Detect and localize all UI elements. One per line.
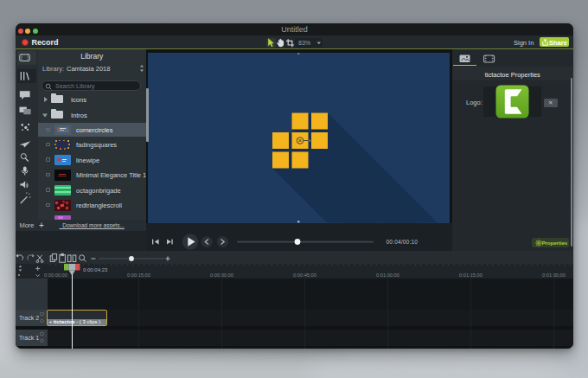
svg-text:0:00:00;00: 0:00:00;00 (44, 272, 67, 278)
svg-text:0:00:15;00: 0:00:15;00 (127, 272, 150, 278)
svg-text:0:00:30;00: 0:00:30;00 (210, 272, 233, 278)
svg-text:0:01:15;00: 0:01:15;00 (459, 272, 483, 278)
svg-text:0:00:45;00: 0:00:45;00 (293, 272, 316, 278)
svg-text:0:01:30;00: 0:01:30;00 (542, 272, 566, 278)
svg-text:0:00:04;23: 0:00:04;23 (83, 267, 108, 272)
svg-text:0:01:00;00: 0:01:00;00 (376, 272, 399, 278)
